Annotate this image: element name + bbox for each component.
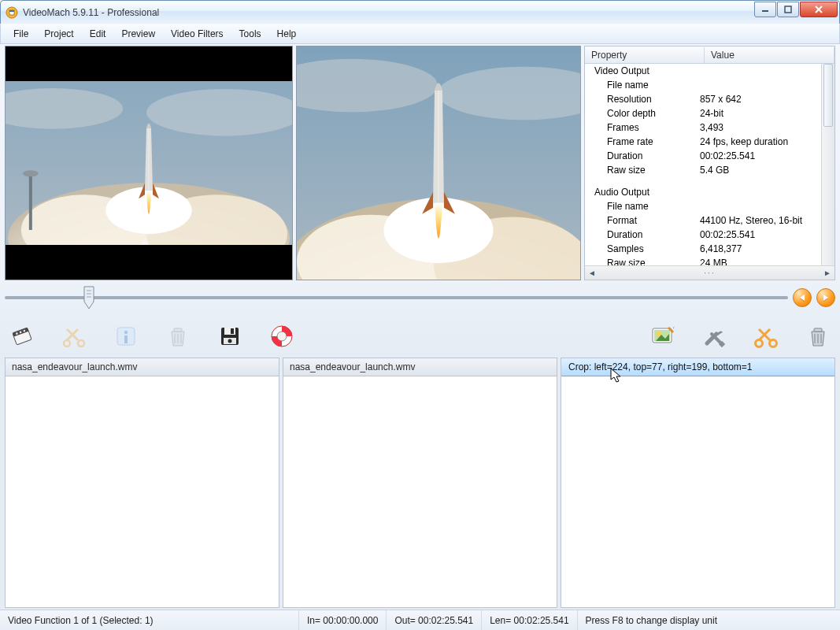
property-value: 5.4 GB	[695, 165, 834, 176]
prev-frame-button[interactable]	[793, 288, 812, 307]
svg-rect-45	[814, 328, 822, 332]
titlebar: VideoMach 5.9.11 - Professional	[0, 0, 840, 24]
property-name: Resolution	[585, 94, 695, 105]
cut-button[interactable]	[58, 321, 90, 352]
property-value: 44100 Hz, Stereo, 16-bit	[695, 215, 834, 226]
open-files-button[interactable]	[6, 321, 38, 352]
property-value: 3,493	[695, 122, 834, 133]
list-item[interactable]: nasa_endeavour_launch.wmv	[6, 358, 279, 376]
close-button[interactable]	[800, 2, 838, 17]
property-group-title[interactable]: Audio Output	[585, 185, 834, 199]
menu-edit[interactable]: Edit	[82, 26, 114, 42]
lists-area: nasa_endeavour_launch.wmv nasa_endeavour…	[0, 358, 840, 610]
property-header-name[interactable]: Property	[585, 47, 705, 63]
property-name: Samples	[585, 243, 695, 254]
timeline-slider[interactable]	[5, 284, 788, 312]
property-row[interactable]: Raw size24 MB	[585, 256, 834, 265]
property-group-title[interactable]: Video Output	[585, 64, 834, 78]
property-name: Duration	[585, 229, 695, 240]
property-row[interactable]: Frame rate24 fps, keep duration	[585, 135, 834, 149]
menu-project[interactable]: Project	[36, 26, 81, 42]
maximize-button[interactable]	[777, 2, 799, 17]
property-name: Duration	[585, 150, 695, 161]
property-name: File name	[585, 201, 695, 212]
menu-help[interactable]: Help	[269, 26, 305, 42]
property-name: Format	[585, 215, 695, 226]
delete-filter-button[interactable]	[802, 321, 834, 352]
scroll-track[interactable]: ···	[599, 269, 820, 277]
list-item[interactable]: nasa_endeavour_launch.wmv	[283, 358, 557, 376]
property-value: 24 fps, keep duration	[695, 136, 834, 147]
property-horizontal-scrollbar[interactable]: ◄ ··· ►	[585, 265, 834, 280]
property-value: 00:02:25.541	[695, 150, 834, 161]
letterbox-bottom	[6, 245, 292, 280]
property-header: Property Value	[585, 46, 834, 64]
list-item-selected[interactable]: Crop: left=224, top=77, right=199, botto…	[561, 358, 835, 376]
property-row[interactable]: File name	[585, 78, 834, 92]
property-vertical-scrollbar[interactable]	[821, 64, 834, 265]
next-frame-button[interactable]	[816, 288, 835, 307]
source-preview[interactable]	[5, 46, 293, 280]
property-name: Frame rate	[585, 136, 695, 147]
svg-rect-30	[124, 335, 128, 343]
upper-panes: Property Value Video OutputFile nameReso…	[0, 44, 840, 280]
property-row[interactable]: Frames3,493	[585, 120, 834, 135]
property-name: Raw size	[585, 258, 695, 265]
status-len: Len= 00:02:25.541	[482, 610, 577, 630]
timeline-thumb[interactable]	[83, 286, 94, 309]
svg-rect-2	[9, 10, 14, 12]
property-panel: Property Value Video OutputFile nameReso…	[584, 46, 835, 280]
delete-file-button[interactable]	[162, 321, 194, 352]
svg-point-36	[228, 339, 232, 343]
svg-point-38	[277, 332, 287, 341]
property-row[interactable]: Duration00:02:25.541	[585, 228, 834, 242]
property-header-value[interactable]: Value	[705, 47, 834, 63]
menu-preview[interactable]: Preview	[113, 26, 163, 42]
svg-rect-31	[174, 328, 182, 332]
menu-tools[interactable]: Tools	[231, 26, 269, 42]
svg-rect-34	[231, 328, 234, 334]
property-row[interactable]: File name	[585, 199, 834, 213]
svg-rect-4	[785, 6, 791, 13]
timeline-row	[0, 280, 840, 315]
property-value: 857 x 642	[695, 94, 834, 105]
input-files-list[interactable]: nasa_endeavour_launch.wmv	[5, 358, 279, 608]
save-button[interactable]	[214, 321, 246, 352]
settings-tools-button[interactable]	[698, 321, 730, 352]
svg-point-29	[124, 331, 128, 334]
svg-point-43	[756, 340, 763, 347]
status-selection: Video Function 1 of 1 (Selected: 1)	[0, 610, 299, 630]
svg-rect-3	[762, 10, 768, 12]
property-row[interactable]: Color depth24-bit	[585, 106, 834, 120]
property-row[interactable]: Samples6,418,377	[585, 242, 834, 256]
help-lifebuoy-button[interactable]	[266, 321, 298, 352]
property-value: 00:02:25.541	[695, 229, 834, 240]
menu-file[interactable]: File	[6, 26, 36, 42]
svg-point-27	[78, 340, 84, 346]
scroll-right-icon[interactable]: ►	[820, 267, 834, 280]
status-out: Out= 00:02:25.541	[387, 610, 482, 630]
image-filter-button[interactable]	[646, 321, 678, 352]
status-hint: Press F8 to change display unit	[578, 610, 840, 630]
svg-point-26	[64, 340, 70, 346]
scissors-button[interactable]	[750, 321, 782, 352]
window-controls	[753, 2, 838, 17]
source-frame-image	[6, 81, 292, 246]
menu-video-filters[interactable]: Video Filters	[163, 26, 231, 42]
scroll-left-icon[interactable]: ◄	[585, 267, 599, 280]
property-name: Raw size	[585, 165, 695, 176]
output-preview[interactable]	[296, 46, 581, 280]
filters-list[interactable]: Crop: left=224, top=77, right=199, botto…	[561, 358, 835, 608]
status-in: In= 00:00:00.000	[299, 610, 387, 630]
output-files-list[interactable]: nasa_endeavour_launch.wmv	[283, 358, 557, 608]
menubar: File Project Edit Preview Video Filters …	[0, 24, 840, 44]
property-row[interactable]: Format44100 Hz, Stereo, 16-bit	[585, 213, 834, 228]
property-row[interactable]: Resolution857 x 642	[585, 92, 834, 106]
minimize-button[interactable]	[754, 2, 776, 17]
property-row[interactable]: Duration00:02:25.541	[585, 149, 834, 163]
info-button[interactable]	[110, 321, 142, 352]
property-name: Frames	[585, 122, 695, 133]
statusbar: Video Function 1 of 1 (Selected: 1) In= …	[0, 610, 840, 630]
app-icon	[6, 6, 18, 19]
property-row[interactable]: Raw size5.4 GB	[585, 163, 834, 177]
